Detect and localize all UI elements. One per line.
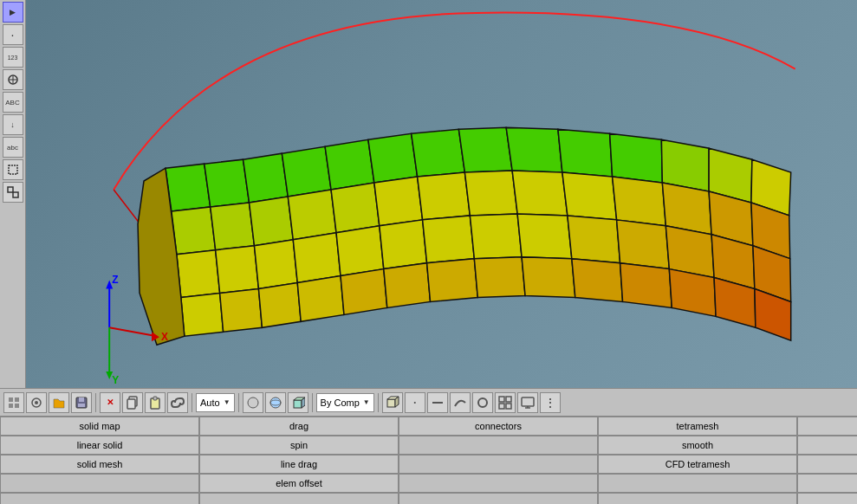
bycomp-dropdown-arrow: ▼ — [363, 398, 370, 406]
svg-text:Y: Y — [112, 374, 119, 386]
grid-icon[interactable] — [495, 392, 516, 413]
svg-marker-57 — [522, 257, 575, 298]
svg-rect-83 — [127, 399, 135, 409]
menu-elem-offset[interactable]: elem offset — [199, 474, 399, 493]
separator-5 — [378, 393, 379, 412]
copy-icon[interactable] — [122, 392, 143, 413]
menu-rows: solid map drag connectors tetramesh edit… — [0, 416, 857, 504]
viewport[interactable]: Z X Y — [26, 0, 857, 388]
menu-empty-3 — [0, 474, 199, 493]
svg-marker-8 — [205, 159, 250, 207]
menu-line-drag[interactable]: line drag — [199, 455, 399, 474]
menu-connectors[interactable]: connectors — [399, 417, 598, 436]
svg-marker-34 — [751, 203, 790, 259]
menu-empty-9 — [598, 493, 797, 504]
save-icon[interactable] — [71, 392, 92, 413]
separator-4 — [312, 393, 313, 412]
monitor-icon[interactable] — [517, 392, 538, 413]
svg-marker-62 — [755, 289, 791, 341]
measure-btn[interactable] — [3, 69, 23, 90]
menu-drag[interactable]: drag — [199, 417, 399, 436]
menu-solid-mesh[interactable]: solid mesh — [0, 455, 199, 474]
dot-icon[interactable]: · — [405, 392, 425, 413]
menu-split[interactable]: split — [797, 436, 857, 455]
svg-marker-56 — [474, 257, 525, 298]
separator-3 — [238, 393, 239, 412]
menu-empty-2 — [399, 455, 598, 474]
bycomp-dropdown[interactable]: By Comp ▼ — [316, 393, 374, 412]
svg-marker-15 — [506, 127, 562, 172]
menu-empty-5 — [598, 474, 797, 493]
frame-btn[interactable] — [3, 159, 23, 180]
text-btn[interactable]: ABC — [3, 92, 23, 113]
svg-marker-13 — [412, 129, 465, 177]
svg-rect-73 — [9, 397, 13, 402]
menu-edit-element[interactable]: edit element — [797, 417, 857, 436]
point-btn[interactable]: · — [3, 24, 23, 45]
arrow-btn[interactable]: ↓ — [3, 114, 23, 135]
menu-detach[interactable]: detach — [797, 474, 857, 493]
mesh-icon[interactable] — [3, 392, 24, 413]
curve-icon[interactable] — [450, 392, 471, 413]
svg-rect-92 — [387, 399, 395, 407]
svg-marker-46 — [665, 226, 714, 278]
svg-marker-55 — [427, 259, 478, 302]
label-btn[interactable]: abc — [3, 137, 23, 158]
svg-marker-9 — [243, 153, 289, 203]
line-icon[interactable] — [427, 392, 448, 413]
svg-marker-44 — [568, 216, 620, 263]
menu-order-change[interactable]: order change — [797, 493, 857, 504]
menu-cfd-tetramesh[interactable]: CFD tetramesh — [598, 455, 797, 474]
menu-linear-solid[interactable]: linear solid — [0, 436, 199, 455]
svg-marker-23 — [249, 197, 293, 246]
svg-marker-28 — [464, 171, 517, 216]
svg-marker-20 — [751, 159, 791, 216]
auto-dropdown[interactable]: Auto ▼ — [196, 393, 235, 412]
svg-marker-22 — [211, 203, 255, 250]
svg-marker-59 — [620, 263, 672, 308]
svg-rect-89 — [294, 400, 302, 408]
svg-marker-17 — [610, 133, 663, 183]
svg-marker-29 — [512, 171, 568, 216]
svg-marker-63 — [138, 168, 185, 345]
view-icon[interactable] — [26, 392, 47, 413]
svg-rect-5 — [13, 192, 18, 197]
svg-marker-45 — [617, 220, 670, 269]
shell-icon[interactable] — [472, 392, 493, 413]
select-btn[interactable]: ▶ — [3, 2, 23, 23]
transform-btn[interactable] — [3, 182, 23, 203]
menu-smooth[interactable]: smooth — [598, 436, 797, 455]
svg-text:X: X — [161, 331, 168, 343]
menu-solid-map[interactable]: solid map — [0, 417, 199, 436]
svg-rect-81 — [78, 404, 85, 407]
sphere-icon[interactable] — [243, 392, 263, 413]
open-icon[interactable] — [49, 392, 69, 413]
svg-rect-101 — [522, 397, 534, 406]
more-icon[interactable]: ⋮ — [540, 392, 561, 413]
svg-marker-11 — [325, 139, 374, 190]
cube2-icon[interactable] — [382, 392, 403, 413]
svg-rect-4 — [8, 187, 13, 192]
svg-marker-19 — [709, 148, 752, 203]
svg-marker-16 — [558, 129, 613, 177]
svg-marker-18 — [661, 139, 709, 191]
svg-marker-60 — [669, 269, 716, 317]
svg-marker-33 — [709, 191, 753, 246]
cube-icon[interactable] — [288, 392, 308, 413]
auto-dropdown-arrow: ▼ — [224, 398, 230, 406]
menu-tetramesh[interactable]: tetramesh — [598, 417, 797, 436]
delete-icon[interactable]: ✕ — [100, 392, 120, 413]
svg-rect-99 — [499, 404, 504, 409]
number-btn[interactable]: 123 — [3, 47, 23, 68]
sphere2-icon[interactable] — [265, 392, 286, 413]
svg-marker-48 — [753, 246, 791, 302]
svg-marker-35 — [177, 250, 220, 298]
link-icon[interactable] — [167, 392, 188, 413]
menu-empty-4 — [399, 474, 598, 493]
bottom-toolbar: ✕ Auto ▼ By Comp ▼ — [0, 388, 857, 416]
paste-icon[interactable] — [145, 392, 166, 413]
menu-spin[interactable]: spin — [199, 436, 399, 455]
menu-replace[interactable]: replace — [797, 455, 857, 474]
svg-marker-68 — [152, 332, 159, 341]
svg-point-86 — [248, 397, 258, 408]
